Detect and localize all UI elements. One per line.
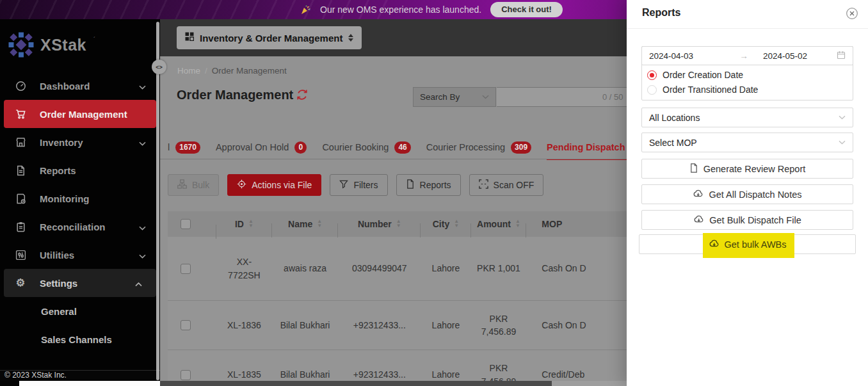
column-header-number[interactable]: Number▲▼ bbox=[338, 218, 421, 230]
scan-toggle-button[interactable]: Scan OFF bbox=[469, 174, 544, 196]
get-bulk-dispatch-file-button[interactable]: Get Bulk Dispatch File bbox=[641, 210, 853, 230]
horizontal-scrollbar-thumb[interactable] bbox=[160, 381, 552, 386]
xstak-logo: XStak ´ bbox=[0, 19, 160, 67]
table-header-row: ID▲▼ Name▲▼ Number▲▼ City▲▼ Amount▲▼ MOP bbox=[168, 211, 627, 237]
cell-mop: Cash On D bbox=[526, 262, 627, 275]
scan-toggle-label: Scan OFF bbox=[494, 180, 534, 190]
check-it-out-button[interactable]: Check it out! bbox=[490, 2, 563, 17]
file-icon bbox=[406, 179, 415, 191]
search-by-select[interactable]: Search By bbox=[413, 87, 496, 107]
party-popper-icon bbox=[300, 4, 311, 15]
column-header-id[interactable]: ID▲▼ bbox=[216, 218, 272, 230]
radio-label: Order Transitioned Date bbox=[663, 84, 758, 95]
column-header-city[interactable]: City▲▼ bbox=[421, 218, 470, 230]
locations-select[interactable]: All Locations bbox=[641, 108, 853, 127]
orders-table: ID▲▼ Name▲▼ Number▲▼ City▲▼ Amount▲▼ MOP… bbox=[168, 211, 627, 386]
page-scrollbar-thumb[interactable] bbox=[19, 381, 160, 386]
tab-approval-on-hold[interactable]: Approval On Hold 0 bbox=[216, 135, 307, 159]
sidebar-item-label: Order Management bbox=[40, 109, 127, 120]
get-bulk-awbs-button[interactable]: Get bulk AWBs bbox=[639, 234, 856, 254]
app-switcher-label: Inventory & Order Management bbox=[200, 33, 342, 44]
sidebar-subitem-sales-channels[interactable]: Sales Channels bbox=[0, 325, 160, 353]
cell-id: XL-1835 bbox=[216, 368, 272, 381]
date-range-input[interactable]: 2024-04-03 → 2024-05-02 bbox=[641, 46, 853, 65]
sort-icon[interactable]: ▲▼ bbox=[454, 220, 459, 229]
sidebar-item-settings[interactable]: ⚙ Settings bbox=[4, 269, 156, 297]
date-from-value[interactable]: 2024-04-03 bbox=[649, 51, 725, 61]
sidebar-collapse-button[interactable]: <> bbox=[152, 60, 166, 74]
sort-icon[interactable]: ▲▼ bbox=[515, 220, 520, 229]
tabs-divider bbox=[160, 159, 627, 159]
radio-selected-icon[interactable] bbox=[647, 70, 657, 80]
horizontal-scrollbar-track[interactable] bbox=[160, 381, 627, 386]
row-checkbox[interactable] bbox=[181, 370, 191, 380]
radio-unselected-icon[interactable] bbox=[647, 85, 657, 95]
sort-icon[interactable]: ▲▼ bbox=[248, 220, 253, 229]
sidebar-item-reports[interactable]: Reports bbox=[0, 156, 160, 184]
reports-label: Reports bbox=[420, 180, 451, 190]
search-input[interactable]: 0 / 50 bbox=[497, 87, 627, 107]
generate-review-report-button[interactable]: Generate Review Report bbox=[641, 159, 853, 179]
mop-select[interactable]: Select MOP bbox=[641, 133, 853, 152]
row-checkbox[interactable] bbox=[181, 264, 191, 274]
column-header-mop[interactable]: MOP bbox=[526, 218, 627, 230]
sidebar-item-label: Settings bbox=[40, 278, 77, 289]
sidebar-subitem-general[interactable]: General bbox=[0, 297, 160, 325]
crosshair-icon bbox=[237, 179, 246, 191]
sidebar-item-monitoring[interactable]: Monitoring bbox=[0, 184, 160, 213]
row-select-cell bbox=[168, 370, 216, 380]
cell-city: Lahore bbox=[421, 319, 470, 332]
select-all-checkbox[interactable] bbox=[181, 219, 191, 229]
radio-order-transitioned-date[interactable]: Order Transitioned Date bbox=[642, 84, 853, 95]
close-icon[interactable] bbox=[846, 7, 858, 20]
sidebar-item-dashboard[interactable]: Dashboard bbox=[0, 72, 160, 100]
bulk-button[interactable]: Bulk bbox=[168, 174, 219, 196]
chevron-down-icon bbox=[482, 95, 489, 99]
sort-icon[interactable]: ▲▼ bbox=[317, 220, 322, 229]
column-header-name[interactable]: Name▲▼ bbox=[272, 218, 339, 230]
mop-value: Credit/Deb bbox=[542, 368, 584, 381]
date-to-value[interactable]: 2024-05-02 bbox=[763, 51, 837, 61]
actions-via-file-button[interactable]: Actions via File bbox=[227, 174, 321, 196]
column-label: Amount bbox=[477, 218, 511, 230]
column-header-amount[interactable]: Amount▲▼ bbox=[471, 218, 527, 230]
tab-partial[interactable]: l 1670 bbox=[168, 135, 200, 159]
filters-button[interactable]: Filters bbox=[330, 174, 387, 196]
reports-button[interactable]: Reports bbox=[396, 174, 461, 196]
radio-order-creation-date[interactable]: Order Creation Date bbox=[642, 70, 853, 80]
tab-pending-dispatch[interactable]: Pending Dispatch bbox=[547, 135, 627, 159]
tab-courier-processing[interactable]: Courier Processing 309 bbox=[426, 135, 531, 159]
row-checkbox[interactable] bbox=[181, 320, 191, 330]
app-switcher[interactable]: Inventory & Order Management bbox=[177, 26, 362, 49]
chevron-down-icon bbox=[839, 115, 846, 120]
grid-icon bbox=[185, 32, 194, 44]
breadcrumb-home[interactable]: Home bbox=[177, 66, 200, 76]
row-select-cell bbox=[168, 264, 216, 274]
sidebar-scrollbar[interactable] bbox=[156, 22, 159, 380]
store-icon bbox=[15, 136, 26, 148]
table-row[interactable]: XL-1836 Bilal Bukhari +92312433... Lahor… bbox=[168, 301, 627, 350]
sort-icon[interactable]: ▲▼ bbox=[396, 220, 401, 229]
table-row[interactable]: XX-7722SH awais raza 03094499047 Lahore … bbox=[168, 237, 627, 301]
sidebar-item-order-management[interactable]: Order Management bbox=[4, 100, 156, 128]
table-toolbar: Bulk Actions via File Filters Reports Sc… bbox=[168, 174, 543, 196]
cell-amount: PKR 7,456.89 bbox=[471, 312, 527, 339]
refresh-icon[interactable] bbox=[296, 88, 309, 101]
sidebar-item-inventory[interactable]: Inventory bbox=[0, 128, 160, 156]
tab-courier-booking[interactable]: Courier Booking 46 bbox=[322, 135, 410, 159]
cart-icon bbox=[15, 108, 26, 120]
banner-message: Our new OMS experience has launched. bbox=[320, 4, 481, 15]
sidebar-item-utilities[interactable]: Utilities bbox=[0, 241, 160, 269]
sidebar-item-reconciliation[interactable]: Reconciliation bbox=[0, 213, 160, 241]
sliders-icon bbox=[15, 249, 26, 261]
cell-city: Lahore bbox=[421, 368, 470, 381]
bulk-label: Bulk bbox=[192, 180, 209, 190]
cell-id: XL-1836 bbox=[216, 319, 272, 332]
cell-mop: Credit/Deb bbox=[526, 368, 627, 381]
drawer-title: Reports bbox=[642, 7, 680, 19]
radio-label: Order Creation Date bbox=[663, 70, 743, 80]
cell-name: Bilal Bukhari bbox=[272, 368, 339, 381]
get-all-dispatch-notes-button[interactable]: Get All Dispatch Notes bbox=[641, 184, 853, 204]
locations-select-value: All Locations bbox=[649, 113, 700, 123]
mop-value: Cash On D bbox=[542, 262, 586, 275]
